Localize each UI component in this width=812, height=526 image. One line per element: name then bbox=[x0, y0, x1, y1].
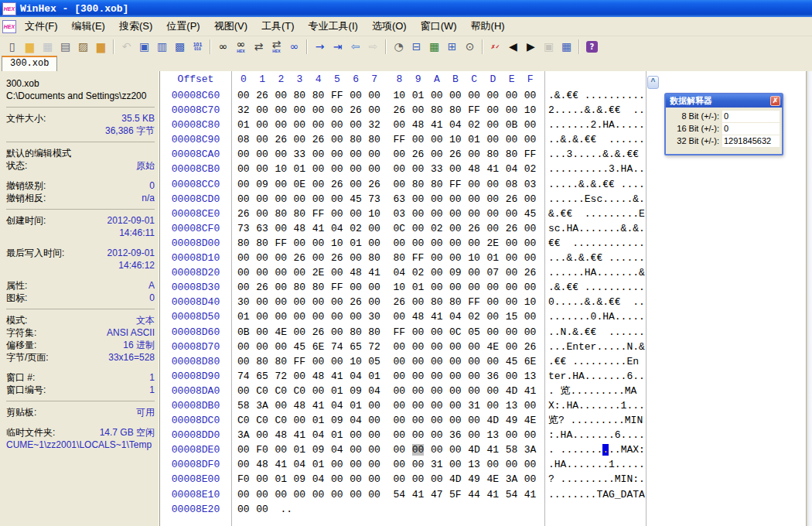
hex-byte[interactable]: 00 bbox=[294, 295, 312, 309]
hex-byte[interactable]: FF bbox=[468, 295, 486, 309]
hex-byte[interactable]: 00 bbox=[275, 177, 293, 192]
hex-byte[interactable]: 2E bbox=[312, 265, 331, 280]
hex-byte[interactable]: 00 bbox=[431, 88, 449, 103]
hex-byte[interactable]: 26 bbox=[394, 295, 412, 309]
hex-byte[interactable]: 00 bbox=[431, 147, 449, 162]
hex-byte[interactable]: 00 bbox=[449, 162, 468, 176]
hex-byte[interactable]: 48 bbox=[294, 398, 312, 413]
ansi-text[interactable]: :.HA.......6.... bbox=[548, 428, 645, 442]
hex-byte[interactable]: 41 bbox=[331, 369, 350, 384]
menu-item-view[interactable]: 视图(V) bbox=[207, 17, 254, 36]
hex-byte[interactable]: 15 bbox=[506, 309, 524, 324]
find-text-button[interactable]: ∞ bbox=[214, 38, 232, 55]
hex-byte[interactable]: 00 bbox=[275, 147, 293, 162]
hex-byte[interactable]: 01 bbox=[237, 309, 256, 324]
hex-byte[interactable]: 02 bbox=[468, 118, 486, 132]
ansi-text[interactable]: . 览.........MA bbox=[548, 384, 636, 398]
hex-byte[interactable]: 00 bbox=[412, 472, 431, 487]
hex-byte[interactable]: 41 bbox=[368, 265, 387, 280]
hex-byte[interactable]: 0E bbox=[294, 177, 312, 192]
hex-byte[interactable]: 00 bbox=[412, 354, 431, 369]
hex-byte[interactable]: 00 bbox=[312, 118, 331, 132]
hex-byte[interactable]: 74 bbox=[237, 369, 256, 384]
hex-byte[interactable]: 00 bbox=[506, 457, 524, 472]
hex-byte[interactable]: 80 bbox=[237, 236, 256, 251]
hex-byte[interactable]: 26 bbox=[506, 192, 524, 207]
hex-byte[interactable]: 00 bbox=[431, 280, 449, 295]
menu-item-window[interactable]: 窗口(W) bbox=[414, 17, 464, 36]
hex-byte[interactable]: 4E bbox=[486, 340, 505, 354]
hex-byte[interactable]: 13 bbox=[468, 457, 486, 472]
hex-byte[interactable]: 26 bbox=[506, 221, 524, 236]
hex-byte[interactable]: 00 bbox=[294, 369, 312, 384]
hex-byte[interactable]: 00 bbox=[294, 236, 312, 251]
hex-byte[interactable]: 00 bbox=[312, 162, 331, 176]
hex-byte[interactable]: 00 bbox=[331, 265, 350, 280]
binary-convert-button[interactable]: 101010 bbox=[189, 38, 206, 55]
hex-byte[interactable]: 26 bbox=[331, 251, 350, 265]
hex-byte[interactable]: 36 bbox=[486, 369, 505, 384]
hex-byte[interactable]: 02 bbox=[350, 221, 368, 236]
hex-byte[interactable]: 00 bbox=[256, 103, 275, 118]
hex-byte[interactable]: 00 bbox=[394, 384, 412, 398]
hex-byte[interactable]: 00 bbox=[468, 207, 486, 221]
hex-byte[interactable]: 26 bbox=[256, 280, 275, 295]
open-folder-button[interactable]: ▆ bbox=[21, 38, 39, 55]
hex-byte[interactable]: 00 bbox=[237, 442, 256, 457]
hex-byte[interactable]: 26 bbox=[412, 147, 431, 162]
hex-byte[interactable]: 00 bbox=[331, 162, 350, 176]
hex-byte[interactable]: 00 bbox=[431, 251, 449, 265]
hex-byte[interactable]: 09 bbox=[449, 265, 468, 280]
hex-byte[interactable]: 00 bbox=[331, 457, 350, 472]
hex-byte[interactable]: 10 bbox=[394, 280, 412, 295]
hex-byte[interactable]: 00 bbox=[275, 221, 293, 236]
hex-byte[interactable]: C0 bbox=[256, 413, 275, 428]
hex-byte[interactable]: 4D bbox=[506, 384, 524, 398]
hex-byte[interactable]: 26 bbox=[468, 221, 486, 236]
hex-byte[interactable]: 00 bbox=[275, 442, 293, 457]
new-file-button[interactable]: ▯ bbox=[3, 38, 21, 55]
replace-text-button[interactable]: ⇄ bbox=[250, 38, 268, 55]
menu-item-file[interactable]: 文件(F) bbox=[18, 17, 65, 36]
hex-byte[interactable]: 00 bbox=[449, 207, 468, 221]
hex-byte[interactable]: FF bbox=[312, 207, 331, 221]
hex-byte[interactable]: 00 bbox=[350, 118, 368, 132]
hex-byte[interactable]: 00 bbox=[431, 428, 449, 442]
hex-byte[interactable]: 00 bbox=[294, 325, 312, 340]
hex-byte[interactable]: 44 bbox=[468, 487, 486, 502]
paste-button[interactable]: ▥ bbox=[153, 38, 171, 55]
hex-byte[interactable]: 72 bbox=[275, 369, 293, 384]
hex-byte[interactable]: 00 bbox=[412, 398, 431, 413]
interpreter-value[interactable]: 0 bbox=[722, 111, 780, 122]
hex-byte[interactable]: 32 bbox=[368, 118, 387, 132]
hex-byte[interactable]: 41 bbox=[486, 442, 505, 457]
hex-byte[interactable]: 26 bbox=[368, 177, 387, 192]
forward-button[interactable]: ⇨ bbox=[364, 38, 382, 55]
hex-byte[interactable]: FF bbox=[412, 251, 431, 265]
hex-byte[interactable]: 00 bbox=[294, 192, 312, 207]
hex-byte[interactable]: 00 bbox=[350, 280, 368, 295]
hex-byte[interactable]: 00 bbox=[294, 487, 312, 502]
hex-byte[interactable]: 00 bbox=[524, 428, 543, 442]
hex-byte[interactable]: 04 bbox=[294, 457, 312, 472]
hex-byte[interactable]: 00 bbox=[256, 325, 275, 340]
hex-byte[interactable]: 00 bbox=[275, 251, 293, 265]
hex-byte[interactable]: 00 bbox=[237, 162, 256, 176]
hex-byte[interactable]: 80 bbox=[486, 147, 505, 162]
hex-byte[interactable]: 41 bbox=[294, 428, 312, 442]
hex-byte[interactable]: 4D bbox=[449, 472, 468, 487]
ansi-text[interactable]: .......2.HA..... bbox=[548, 118, 645, 132]
hex-byte[interactable]: 00 bbox=[312, 487, 331, 502]
hex-byte[interactable]: FF bbox=[331, 280, 350, 295]
hex-byte[interactable]: 04 bbox=[312, 428, 331, 442]
open-drive-button[interactable]: ⊟ bbox=[408, 38, 425, 55]
close-icon[interactable]: ✗ bbox=[770, 96, 780, 106]
hex-byte[interactable]: 80 bbox=[294, 207, 312, 221]
menu-item-position[interactable]: 位置(P) bbox=[159, 17, 206, 36]
hex-byte[interactable]: 80 bbox=[256, 236, 275, 251]
hex-byte[interactable]: 00 bbox=[449, 442, 468, 457]
hex-byte[interactable]: 33 bbox=[294, 147, 312, 162]
hex-byte[interactable]: 00 bbox=[524, 251, 543, 265]
hex-byte[interactable]: 00 bbox=[350, 251, 368, 265]
hex-byte[interactable]: 00 bbox=[468, 384, 486, 398]
